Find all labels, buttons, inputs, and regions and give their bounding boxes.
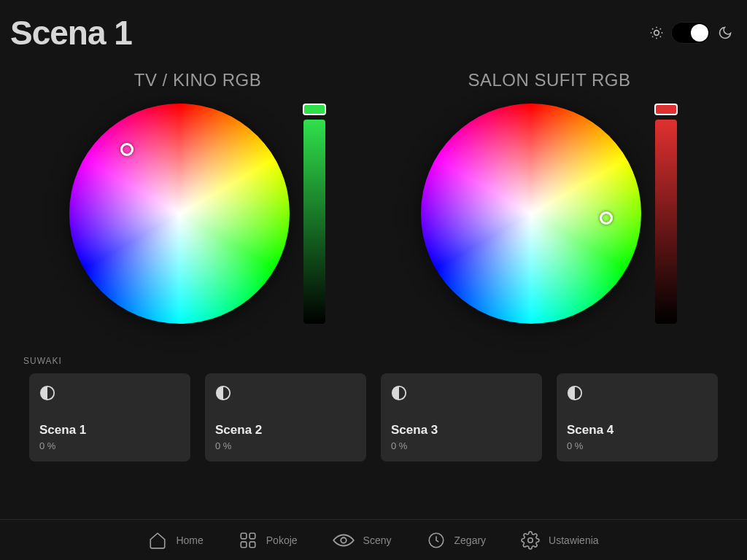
nav-label: Sceny <box>363 534 392 546</box>
nav-home[interactable]: Home <box>148 531 203 550</box>
color-wheel[interactable] <box>421 104 641 324</box>
slider-card-scena-3[interactable]: Scena 3 0 % <box>381 373 542 462</box>
color-picker-1: TV / KINO RGB <box>26 70 369 324</box>
brightness-slider[interactable] <box>303 120 325 324</box>
color-swatch <box>654 104 678 115</box>
sun-icon <box>649 26 664 40</box>
svg-point-19 <box>528 537 533 542</box>
theme-switcher <box>649 22 732 44</box>
svg-line-4 <box>660 36 661 37</box>
svg-point-0 <box>654 31 659 36</box>
nav-label: Home <box>176 534 203 546</box>
color-picker-2: SALON SUFIT RGB <box>378 70 721 324</box>
svg-rect-16 <box>249 542 255 548</box>
slider-card-scena-4[interactable]: Scena 4 0 % <box>557 373 718 462</box>
card-value: 0 % <box>215 440 356 451</box>
settings-icon <box>521 531 540 550</box>
contrast-icon <box>391 385 532 404</box>
slider-card-scena-2[interactable]: Scena 2 0 % <box>205 373 366 462</box>
card-value: 0 % <box>39 440 180 451</box>
card-title: Scena 1 <box>39 423 180 438</box>
svg-line-3 <box>652 28 653 29</box>
contrast-icon <box>39 385 180 404</box>
nav-scenes[interactable]: Sceny <box>333 532 392 548</box>
picker-title: SALON SUFIT RGB <box>468 70 630 90</box>
home-icon <box>148 531 167 550</box>
svg-rect-14 <box>249 533 255 539</box>
theme-toggle[interactable] <box>671 22 711 44</box>
bottom-nav: Home Pokoje Sceny Zegary <box>0 519 747 560</box>
contrast-icon <box>215 385 356 404</box>
nav-label: Zegary <box>454 534 487 546</box>
clocks-icon <box>427 531 446 550</box>
picker-title: TV / KINO RGB <box>134 70 262 90</box>
svg-point-17 <box>341 537 347 543</box>
color-swatch <box>303 104 326 115</box>
svg-rect-13 <box>241 533 247 539</box>
contrast-icon <box>567 385 708 404</box>
card-title: Scena 3 <box>391 423 532 438</box>
scenes-icon <box>333 532 355 548</box>
nav-clocks[interactable]: Zegary <box>427 531 487 550</box>
svg-rect-15 <box>241 542 247 548</box>
svg-line-7 <box>652 36 653 37</box>
moon-icon <box>718 26 732 40</box>
card-value: 0 % <box>391 440 532 451</box>
page-title: Scena 1 <box>10 13 132 52</box>
nav-label: Ustawienia <box>549 534 598 546</box>
toggle-knob <box>691 24 708 42</box>
nav-settings[interactable]: Ustawienia <box>521 531 598 550</box>
slider-card-scena-1[interactable]: Scena 1 0 % <box>29 373 190 462</box>
svg-line-8 <box>660 28 661 29</box>
card-title: Scena 4 <box>567 423 708 438</box>
brightness-slider[interactable] <box>655 120 677 324</box>
color-wheel[interactable] <box>69 104 290 324</box>
nav-label: Pokoje <box>266 534 298 546</box>
rooms-icon <box>239 531 258 550</box>
nav-rooms[interactable]: Pokoje <box>239 531 298 550</box>
card-title: Scena 2 <box>215 423 356 438</box>
section-label-suwaki: SUWAKI <box>0 324 747 373</box>
card-value: 0 % <box>567 440 708 451</box>
